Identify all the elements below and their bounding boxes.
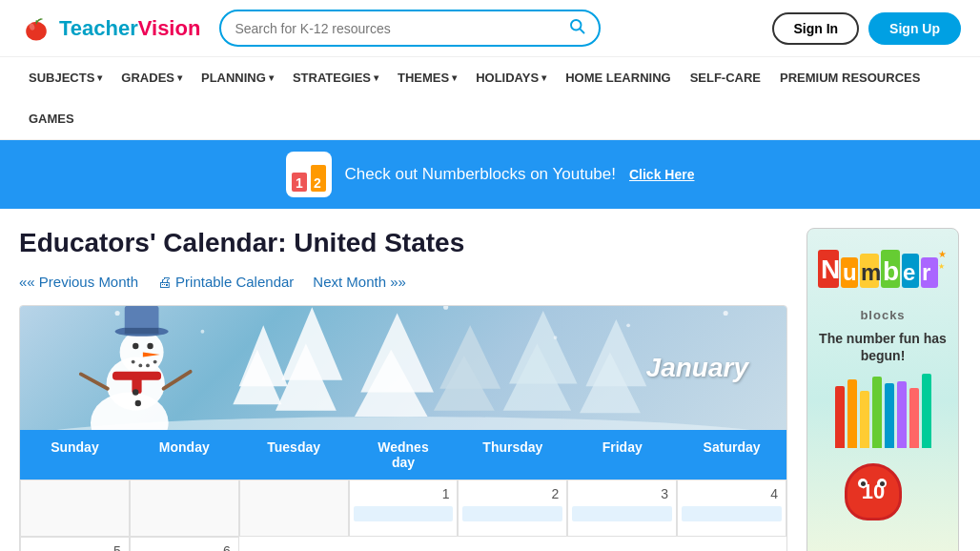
nb-subtitle: blocks [860,308,905,322]
day-header-sunday: Sunday [20,430,130,480]
chevron-down-icon: ▾ [541,72,546,83]
cell-event-link[interactable] [682,506,782,521]
page-title: Educators' Calendar: United States [19,228,787,258]
cell-event-link[interactable] [354,506,454,521]
svg-text:N: N [821,255,840,284]
svg-text:m: m [861,259,881,285]
calendar-header-image: January [20,306,786,430]
day-header-monday: Monday [130,430,239,480]
calendar-cell-2: 2 [458,480,567,537]
svg-point-42 [146,364,150,368]
svg-point-27 [626,323,630,327]
calendar-cell-1: 1 [349,480,459,537]
nav-item-home-learning[interactable]: HOME LEARNING [556,57,681,98]
svg-point-1 [26,21,47,40]
signup-button[interactable]: Sign Up [868,12,961,45]
banner-link[interactable]: Click Here [629,167,694,182]
signin-button[interactable]: Sign In [772,12,859,45]
calendar-cell-3: 3 [567,480,677,537]
chevron-down-icon: ▾ [177,72,182,83]
svg-point-40 [132,360,135,364]
svg-point-33 [120,330,164,374]
svg-point-25 [201,330,205,334]
calendar-month-label: January [646,353,748,383]
chevron-down-icon: ▾ [452,72,457,83]
nb-character: 10 [845,463,921,530]
calendar-cell-empty-3 [239,480,349,537]
cell-event-link[interactable] [462,506,562,521]
nav-item-grades[interactable]: GRADES ▾ [112,57,192,98]
day-header-saturday: Saturday [677,430,786,480]
sidebar-advertisement[interactable]: N u m b e r ★ [806,228,959,551]
calendar-cell-6: 6 [130,537,239,551]
svg-text:u: u [843,259,857,285]
day-header-thursday: Thursday [458,430,567,480]
header-actions: Sign In Sign Up [772,12,961,45]
nav-item-premium[interactable]: PREMIUM RESOURCES [770,57,929,98]
chevron-down-icon: ▾ [374,72,378,83]
svg-point-47 [135,400,141,406]
nb-tagline: The number fun has begun! [819,330,947,364]
svg-point-26 [443,306,448,310]
printable-calendar-link[interactable]: 🖨 Printable Calendar [157,274,294,290]
calendar-cell-4: 4 [677,480,786,537]
promotional-banner: 1 2 Check out Numberblocks on Youtube! C… [0,140,980,209]
logo-text: TeacherVision [59,16,200,41]
svg-text:★: ★ [938,249,947,259]
nav-item-subjects[interactable]: SUBJECTS ▾ [19,57,112,98]
numberblocks-banner-logo: 1 2 [286,152,332,197]
svg-point-43 [153,360,157,364]
search-input[interactable] [235,21,561,36]
svg-point-24 [115,311,120,316]
sidebar: N u m b e r ★ [806,228,961,551]
search-bar [219,10,601,47]
day-header-tuesday: Tuesday [239,430,349,480]
nav-item-holidays[interactable]: HOLIDAYS ▾ [466,57,556,98]
svg-line-49 [164,372,191,389]
calendar-grid: 1 2 3 4 5 [20,480,786,551]
svg-point-37 [133,343,138,349]
calendar-section: Educators' Calendar: United States «« Pr… [19,228,787,551]
calendar-cell-empty-1 [20,480,130,537]
nb-logo: N u m b e r ★ [816,240,949,300]
banner-text: Check out Numberblocks on Youtube! [345,165,616,184]
svg-rect-36 [125,328,159,334]
day-header-friday: Friday [567,430,677,480]
svg-point-29 [554,336,558,339]
svg-point-46 [133,389,138,395]
svg-point-38 [147,343,153,349]
svg-line-48 [81,374,108,388]
svg-line-5 [581,29,584,32]
logo-apple-icon [19,11,53,46]
svg-text:2: 2 [314,175,321,191]
chevron-down-icon: ▾ [97,72,102,83]
svg-rect-2 [36,20,37,25]
chevron-down-icon: ▾ [269,72,274,83]
svg-point-28 [724,311,728,316]
calendar-cell-5: 5 [20,537,130,551]
next-month-link[interactable]: Next Month »» [313,274,406,290]
day-header-wednesday: Wednesday [349,430,459,480]
svg-point-41 [138,364,142,368]
svg-text:★: ★ [938,262,945,271]
nav-item-themes[interactable]: THEMES ▾ [388,57,466,98]
search-button[interactable] [568,17,585,39]
nb-crayons-illustration [835,372,931,448]
nav-item-planning[interactable]: PLANNING ▾ [192,57,283,98]
nav-item-self-care[interactable]: SELF-CARE [681,57,770,98]
navigation: SUBJECTS ▾ GRADES ▾ PLANNING ▾ STRATEGIE… [0,57,980,140]
logo-link[interactable]: TeacherVision [19,11,200,46]
nav-item-games[interactable]: GAMES [19,98,84,139]
previous-month-link[interactable]: «« Previous Month [19,274,138,290]
printer-icon: 🖨 [157,274,172,290]
main-content: Educators' Calendar: United States «« Pr… [0,209,980,551]
svg-text:e: e [903,259,915,285]
svg-text:b: b [883,256,899,286]
calendar-cell-empty-2 [130,480,239,537]
svg-text:r: r [922,259,930,285]
nav-item-strategies[interactable]: STRATEGIES ▾ [283,57,388,98]
calendar: January Sunday Monday Tuesday Wednesday … [19,305,787,551]
header: TeacherVision Sign In Sign Up [0,0,980,57]
calendar-navigation: «« Previous Month 🖨 Printable Calendar N… [19,274,787,290]
cell-event-link[interactable] [572,506,672,521]
